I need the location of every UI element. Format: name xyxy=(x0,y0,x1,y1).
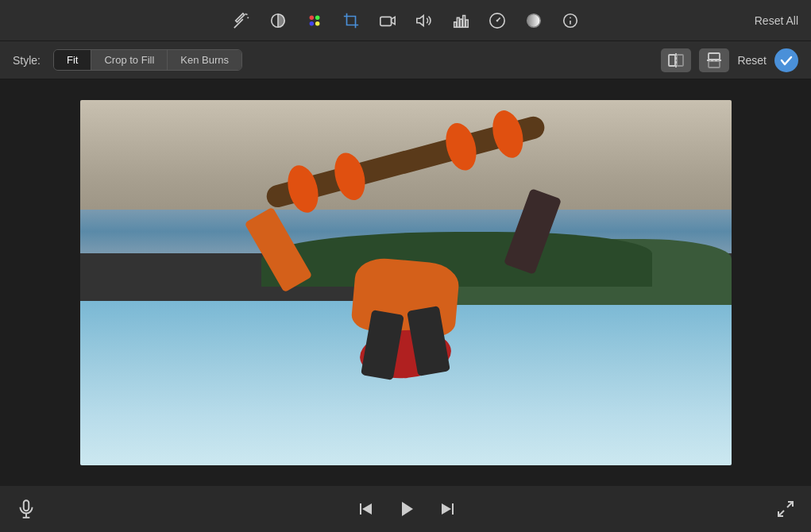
crop-icon[interactable] xyxy=(340,10,362,32)
playback-right xyxy=(776,499,795,519)
svg-rect-13 xyxy=(454,21,456,26)
skater-torso xyxy=(350,256,461,338)
svg-marker-34 xyxy=(402,502,413,516)
svg-rect-14 xyxy=(457,17,459,27)
fullscreen-button[interactable] xyxy=(776,499,795,519)
info-icon[interactable] xyxy=(559,10,581,32)
svg-point-6 xyxy=(309,15,314,19)
svg-marker-12 xyxy=(416,15,423,25)
microphone-button[interactable] xyxy=(16,499,37,519)
playback-left xyxy=(16,499,37,519)
skip-back-button[interactable] xyxy=(356,499,375,519)
svg-point-18 xyxy=(496,19,498,21)
svg-rect-29 xyxy=(24,500,29,511)
svg-rect-16 xyxy=(462,15,465,27)
audio-icon[interactable] xyxy=(413,10,435,32)
speedometer-icon[interactable] xyxy=(486,10,508,32)
svg-rect-10 xyxy=(380,17,391,25)
equalizer-icon[interactable] xyxy=(450,10,472,32)
flip-horizontal-button[interactable] xyxy=(661,48,691,72)
ken-burns-button[interactable]: Ken Burns xyxy=(168,50,241,70)
camera-icon[interactable] xyxy=(377,10,399,32)
svg-point-8 xyxy=(309,21,314,25)
style-label: Style: xyxy=(13,54,41,67)
flip-vertical-button[interactable] xyxy=(699,48,729,72)
svg-rect-28 xyxy=(709,61,720,67)
video-bg xyxy=(80,100,732,465)
top-toolbar: Reset All xyxy=(0,0,811,41)
color-board-icon[interactable] xyxy=(303,10,326,32)
svg-marker-35 xyxy=(442,503,451,515)
svg-rect-17 xyxy=(465,20,468,27)
svg-marker-33 xyxy=(362,503,372,515)
svg-rect-15 xyxy=(460,19,462,27)
color-correction-icon[interactable] xyxy=(523,10,545,32)
playback-bar xyxy=(0,486,811,532)
video-content xyxy=(80,100,732,465)
magic-wand-icon[interactable] xyxy=(230,10,253,32)
toolbar-icons xyxy=(76,10,735,32)
svg-line-37 xyxy=(787,502,793,507)
svg-line-38 xyxy=(778,511,784,516)
style-bar: Style: Fit Crop to Fill Ken Burns Reset xyxy=(0,41,811,79)
svg-marker-36 xyxy=(452,503,454,515)
reset-all-button[interactable]: Reset All xyxy=(755,14,798,27)
svg-point-9 xyxy=(315,21,319,25)
svg-point-7 xyxy=(315,15,319,19)
fit-button[interactable]: Fit xyxy=(54,50,91,70)
balance-color-icon[interactable] xyxy=(267,10,289,32)
svg-marker-32 xyxy=(360,503,361,515)
playback-center xyxy=(356,499,458,519)
skip-forward-button[interactable] xyxy=(438,499,458,519)
svg-rect-25 xyxy=(677,55,683,66)
toolbar-right: Reset All xyxy=(735,14,798,27)
confirm-button[interactable] xyxy=(774,48,798,72)
svg-point-19 xyxy=(527,13,540,27)
video-frame xyxy=(80,100,732,465)
svg-rect-23 xyxy=(669,55,675,66)
video-area xyxy=(0,79,811,486)
style-buttons-group: Fit Crop to Fill Ken Burns xyxy=(53,49,242,71)
svg-line-3 xyxy=(246,13,247,14)
crop-to-fill-button[interactable]: Crop to Fill xyxy=(91,50,168,70)
svg-rect-26 xyxy=(709,53,720,60)
style-bar-right: Reset xyxy=(661,48,798,72)
reset-button[interactable]: Reset xyxy=(737,54,767,67)
play-button[interactable] xyxy=(397,499,416,519)
